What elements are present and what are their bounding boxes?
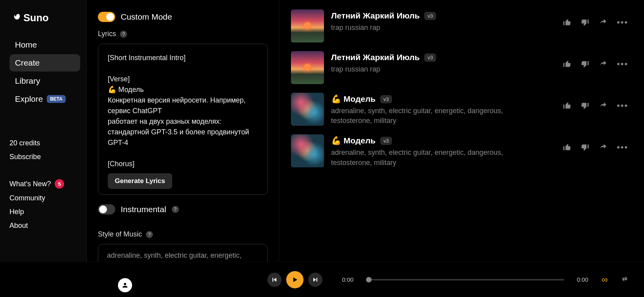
thumbs-down-icon[interactable] (581, 143, 589, 152)
track-info: Летний Жаркий Июльv3trap russian rap (331, 9, 556, 33)
subscribe-link[interactable]: Subscribe (9, 153, 80, 161)
version-badge: v3 (380, 137, 392, 145)
help-icon[interactable]: ? (120, 31, 127, 38)
about-link[interactable]: About (9, 222, 80, 230)
custom-mode-toggle[interactable] (98, 12, 115, 22)
svg-text:Suno: Suno (24, 12, 49, 23)
share-icon[interactable] (599, 60, 607, 68)
prev-button[interactable] (267, 273, 282, 287)
more-icon[interactable]: ••• (617, 142, 628, 152)
thumbs-down-icon[interactable] (581, 18, 589, 27)
generate-lyrics-button[interactable]: Generate Lyrics (108, 173, 172, 189)
thumbs-up-icon[interactable] (563, 60, 571, 68)
custom-mode-label: Custom Mode (121, 12, 172, 22)
current-time: 0:00 (342, 276, 353, 283)
nav-home[interactable]: Home (9, 36, 80, 53)
track-info: Летний Жаркий Июльv3trap russian rap (331, 51, 556, 74)
lyrics-label: Lyrics (98, 30, 116, 38)
track-title: 💪 Модель (331, 94, 375, 104)
version-badge: v3 (424, 12, 436, 20)
thumbs-up-icon[interactable] (563, 18, 571, 27)
nav-explore[interactable]: Explore BETA (9, 90, 80, 108)
whats-new-link[interactable]: What's New? 5 (9, 179, 80, 189)
style-input[interactable] (98, 244, 268, 262)
version-badge: v3 (424, 53, 436, 62)
nav-library[interactable]: Library (9, 72, 80, 90)
share-icon[interactable] (599, 101, 607, 110)
track-title: Летний Жаркий Июль (331, 11, 420, 20)
more-icon[interactable]: ••• (617, 101, 628, 111)
track-title: Летний Жаркий Июль (331, 53, 420, 62)
sidebar: Suno Home Create Library Explore BETA 20… (0, 0, 86, 262)
help-icon[interactable]: ? (172, 206, 179, 213)
track-tags: adrenaline, synth, electric guitar, ener… (331, 148, 516, 167)
thumbs-down-icon[interactable] (581, 60, 589, 68)
more-icon[interactable]: ••• (617, 59, 628, 69)
whats-new-label: What's New? (9, 180, 51, 188)
total-time: 0:00 (577, 276, 588, 283)
track-info: 💪 Модельv3adrenaline, synth, electric gu… (331, 93, 556, 126)
next-button[interactable] (308, 273, 322, 287)
beta-badge: BETA (47, 95, 66, 103)
nav-create[interactable]: Create (9, 54, 80, 72)
more-icon[interactable]: ••• (617, 17, 628, 28)
track-info: 💪 Модельv3adrenaline, synth, electric gu… (331, 134, 556, 167)
track-tags: trap russian rap (331, 23, 516, 33)
player-bar: 0:00 0:00 ∞ (0, 262, 644, 297)
nav-explore-label: Explore (15, 94, 43, 104)
help-icon[interactable]: ? (146, 231, 153, 238)
profile-button[interactable] (118, 278, 132, 292)
track-tags: trap russian rap (331, 64, 516, 74)
loop-icon[interactable]: ∞ (602, 275, 608, 285)
track-row[interactable]: Летний Жаркий Июльv3trap russian rap••• (291, 9, 628, 42)
track-thumbnail[interactable] (291, 9, 324, 42)
credits-display[interactable]: 20 credits (9, 139, 80, 147)
editor-panel: Custom Mode Lyrics ? [Short Instrumental… (86, 0, 279, 262)
track-thumbnail[interactable] (291, 134, 324, 167)
brand-logo[interactable]: Suno (13, 12, 80, 24)
share-icon[interactable] (599, 143, 607, 152)
track-tags: adrenaline, synth, electric guitar, ener… (331, 106, 516, 126)
track-thumbnail[interactable] (291, 51, 324, 84)
track-row[interactable]: 💪 Модельv3adrenaline, synth, electric gu… (291, 93, 628, 126)
track-row[interactable]: Летний Жаркий Июльv3trap russian rap••• (291, 51, 628, 84)
thumbs-down-icon[interactable] (581, 101, 589, 110)
whats-new-badge: 5 (55, 179, 64, 189)
thumbs-up-icon[interactable] (563, 101, 571, 110)
progress-bar[interactable] (366, 279, 564, 280)
track-title: 💪 Модель (331, 136, 375, 145)
track-thumbnail[interactable] (291, 93, 324, 126)
lyrics-input[interactable]: [Short Instrumental Intro] [Verse] 💪 Мод… (108, 53, 258, 169)
version-badge: v3 (380, 95, 392, 103)
instrumental-toggle[interactable] (98, 204, 115, 214)
sidebar-nav: Home Create Library Explore BETA (9, 36, 80, 108)
repeat-icon[interactable] (621, 275, 628, 284)
help-link[interactable]: Help (9, 208, 80, 216)
community-link[interactable]: Community (9, 194, 80, 202)
track-row[interactable]: 💪 Модельv3adrenaline, synth, electric gu… (291, 134, 628, 167)
play-button[interactable] (286, 271, 304, 288)
track-list: Летний Жаркий Июльv3trap russian rap•••Л… (279, 0, 644, 262)
instrumental-label: Instrumental (121, 205, 166, 214)
style-label: Style of Music (98, 230, 142, 238)
thumbs-up-icon[interactable] (563, 143, 571, 152)
share-icon[interactable] (599, 18, 607, 27)
lyrics-box: [Short Instrumental Intro] [Verse] 💪 Мод… (98, 44, 268, 195)
